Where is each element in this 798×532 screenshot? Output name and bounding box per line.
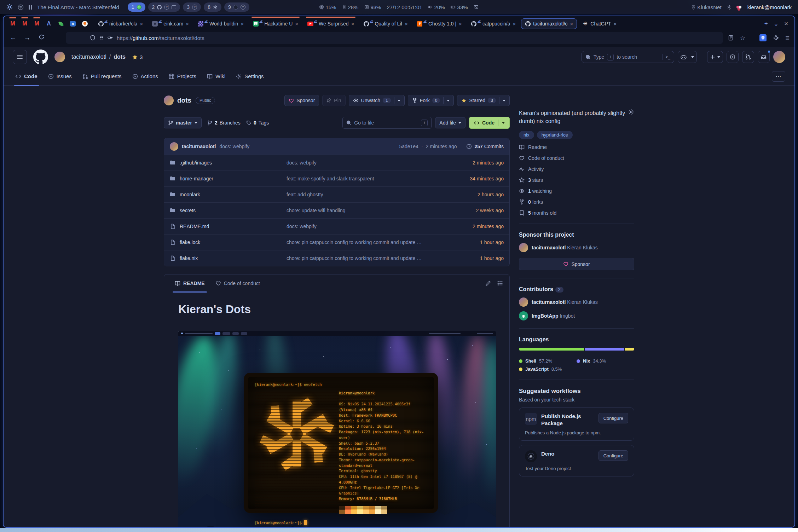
go-to-file-input[interactable]: Go to file t <box>342 117 432 129</box>
commit-author-avatar[interactable] <box>170 142 178 151</box>
tracking-shield-icon[interactable] <box>90 35 96 41</box>
readme-link[interactable]: Readme <box>519 144 634 150</box>
sponsor-user-row[interactable]: taciturnaxolotl Kieran Klukas <box>519 243 634 252</box>
tab-close-icon[interactable]: × <box>240 21 244 27</box>
tab-taciturnaxolotl-dots[interactable]: taciturnaxolotl/c × <box>521 18 577 29</box>
url-field[interactable]: https://github.com/taciturnaxolotl/dots <box>66 32 723 44</box>
pinned-tab-crunchyroll[interactable] <box>81 19 89 28</box>
tab-close-icon[interactable]: × <box>295 21 299 27</box>
topic-tag[interactable]: nix <box>519 131 534 139</box>
tab-close-icon[interactable]: × <box>351 21 355 27</box>
tab-close-icon[interactable]: × <box>404 21 408 27</box>
forward-button[interactable]: → <box>23 34 32 42</box>
file-row[interactable]: moonlark feat: add ghostty 2 hours ago <box>164 186 509 202</box>
workspace-1[interactable]: 1 <box>128 2 145 12</box>
owner-avatar[interactable] <box>54 52 65 62</box>
tab-hackatime[interactable]: zZ Hackatime U × <box>249 18 302 29</box>
repo-owner-avatar[interactable] <box>164 96 174 105</box>
sponsor-button-sidebar[interactable]: Sponsor <box>519 258 634 270</box>
watch-button[interactable]: Unwatch 1 <box>349 95 405 106</box>
reload-button[interactable] <box>37 34 46 42</box>
copilot-button[interactable] <box>678 51 697 63</box>
tab-catppuccin[interactable]: zZ catppuccin/a × <box>467 18 520 29</box>
tab-close-icon[interactable]: × <box>139 21 143 27</box>
language-item[interactable]: Shell57.2% <box>519 358 577 364</box>
tab-quality-of-life[interactable]: zZ Quality of Lif × <box>359 18 412 29</box>
create-new-button[interactable] <box>707 51 723 63</box>
repo-name[interactable]: dots <box>177 97 191 104</box>
user-avatar[interactable] <box>773 51 785 63</box>
permissions-icon[interactable] <box>108 35 113 40</box>
file-row[interactable]: secrets chore: update wifi handling 2 we… <box>164 202 509 218</box>
activity-link[interactable]: Activity <box>519 166 634 172</box>
pinned-tab-gmail-1[interactable]: M <box>8 19 17 28</box>
branches-link[interactable]: 2Branches <box>207 120 241 126</box>
bluetooth-icon[interactable] <box>727 5 731 10</box>
code-of-conduct-link[interactable]: Code of conduct <box>519 155 634 161</box>
workspace-3[interactable]: 3? <box>183 2 201 12</box>
workspace-2[interactable]: 2 ? <box>148 2 180 12</box>
tab-nicbarker[interactable]: zZ nicbarker/cla × <box>94 18 147 29</box>
configure-button[interactable]: Configure <box>598 413 628 423</box>
pinned-tab-gmail-3[interactable]: M <box>33 19 41 28</box>
pinned-tab-outlook[interactable]: o <box>69 19 77 28</box>
commit-author[interactable]: taciturnaxolotl <box>182 144 216 149</box>
tab-settings[interactable]: Settings <box>232 69 268 84</box>
latest-commit-row[interactable]: taciturnaxolotl docs: webpify 5ade1e4 · … <box>164 138 509 155</box>
tab-close-icon[interactable]: × <box>512 21 516 27</box>
extensions-puzzle-icon[interactable] <box>773 35 779 41</box>
language-item[interactable]: Nix34.3% <box>577 358 634 364</box>
tab-close-icon[interactable]: × <box>458 21 462 27</box>
commit-message[interactable]: docs: webpify <box>219 144 249 149</box>
forks-link[interactable]: 0 forks <box>519 199 634 205</box>
tab-code-of-conduct[interactable]: Code of conduct <box>211 274 264 292</box>
pull-requests-dashboard-button[interactable] <box>742 51 754 63</box>
edit-pencil-icon[interactable] <box>485 281 491 286</box>
file-row[interactable]: README.md docs: webpify 2 minutes ago <box>164 218 509 234</box>
back-button[interactable]: ← <box>8 34 18 42</box>
tab-wiki[interactable]: Wiki <box>203 69 230 84</box>
issues-dashboard-button[interactable] <box>727 51 739 63</box>
file-row[interactable]: flake.nix chore: pin catppuccin config t… <box>164 250 509 266</box>
reader-view-icon[interactable] <box>728 35 734 41</box>
commit-sha[interactable]: 5ade1e4 <box>399 144 418 149</box>
file-row[interactable]: .github/images docs: webpify 2 minutes a… <box>164 155 509 170</box>
add-file-button[interactable]: Add file <box>435 117 466 128</box>
tailscale-tray-icon[interactable] <box>736 6 739 8</box>
pinned-tab-leaf[interactable] <box>57 19 65 28</box>
nav-overflow-button[interactable]: ⋯ <box>772 71 785 82</box>
stars-link[interactable]: 3 stars <box>519 177 634 183</box>
breadcrumb-owner[interactable]: taciturnaxolotl <box>71 54 106 60</box>
about-settings-gear-icon[interactable] <box>628 109 634 115</box>
workspace-8[interactable]: 8 <box>204 2 221 12</box>
tab-chatgpt[interactable]: ✳ ChatGPT × <box>578 18 620 29</box>
pin-button[interactable]: Pin <box>322 95 345 106</box>
tab-close-icon[interactable]: × <box>570 21 574 27</box>
topic-tag[interactable]: hyprland-rice <box>537 131 573 139</box>
breadcrumb-repo[interactable]: dots <box>114 54 126 60</box>
network-name[interactable]: KlukasNet <box>691 4 721 10</box>
tab-pull-requests[interactable]: Pull requests <box>78 69 126 84</box>
configure-button[interactable]: Configure <box>598 450 628 461</box>
watchers-link[interactable]: 1 watching <box>519 188 634 194</box>
tab-close-icon[interactable]: × <box>185 21 189 27</box>
global-nav-menu-button[interactable] <box>13 50 27 64</box>
launcher-gear-icon[interactable] <box>6 4 13 10</box>
file-row[interactable]: flake.lock chore: pin catppuccin config … <box>164 234 509 250</box>
contributor-row[interactable]: taciturnaxolotl Kieran Klukas <box>519 297 634 307</box>
bitwarden-icon[interactable] <box>759 34 767 41</box>
contributor-row[interactable]: ImgBotApp Imgbot <box>519 311 634 320</box>
readme-screenshot-image[interactable]: [kierank@moonlark:~]$ neofetch <box>178 331 496 527</box>
tab-eink-cam[interactable]: zZ eink.cam × <box>148 18 193 29</box>
file-row[interactable]: home-manager feat: make spotify and slac… <box>164 170 509 186</box>
close-window-button[interactable]: × <box>784 20 788 28</box>
outline-list-icon[interactable] <box>497 281 503 286</box>
command-palette-icon[interactable]: >_ <box>665 54 670 59</box>
starred-button[interactable]: Starred 3 <box>457 95 510 106</box>
new-tab-button[interactable]: + <box>764 20 768 27</box>
media-pause-icon[interactable] <box>29 5 32 10</box>
tab-code[interactable]: Code <box>11 69 42 84</box>
tab-issues[interactable]: Issues <box>44 69 76 84</box>
pinned-tab-gmail-2[interactable]: M <box>21 19 29 28</box>
workspace-9[interactable]: 9 ? <box>224 2 249 12</box>
